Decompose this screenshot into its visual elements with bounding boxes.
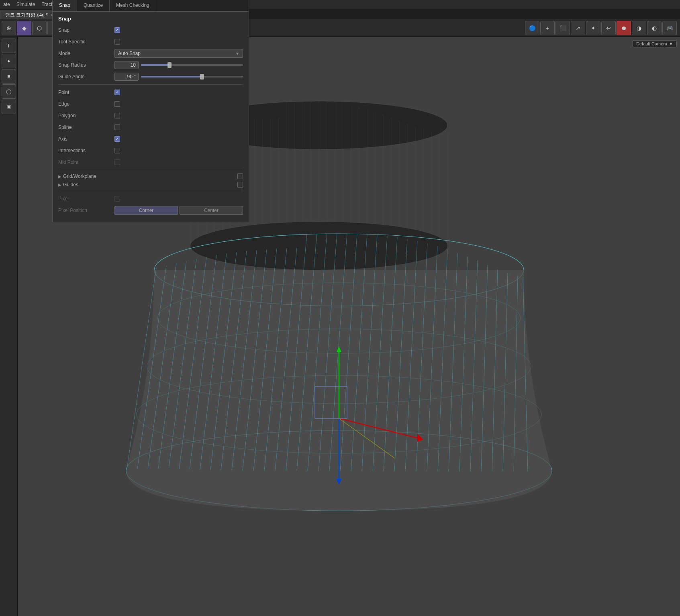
toolbar-btn-record[interactable]: ⏺ — [617, 21, 631, 35]
point-row: Point — [58, 88, 243, 97]
snap-radius-thumb[interactable] — [167, 62, 172, 68]
edge-checkbox[interactable] — [114, 101, 120, 107]
tab-snap[interactable]: Snap — [53, 0, 77, 11]
axis-row: Axis — [58, 135, 243, 143]
left-btn-1[interactable]: T — [2, 39, 16, 53]
menu-simulate[interactable]: Simulate — [16, 2, 35, 7]
snap-radius-track[interactable] — [141, 64, 243, 66]
guide-angle-track[interactable] — [141, 76, 243, 78]
point-checkbox-wrap — [114, 90, 120, 95]
spline-row: Spline — [58, 123, 243, 132]
pixel-position-row: Pixel Position Corner Center — [58, 206, 243, 215]
tab-mesh-checking[interactable]: Mesh Checking — [110, 0, 156, 11]
camera-arrow: ▼ — [669, 41, 673, 46]
toolbar-btn-r9[interactable]: ◐ — [647, 21, 662, 35]
guides-label: Guides — [63, 182, 237, 188]
toolbar-btn-1[interactable]: ⊕ — [2, 21, 16, 35]
edge-label: Edge — [58, 101, 114, 107]
mid-point-checkbox-wrap — [114, 159, 120, 165]
tool-specific-row: Tool Specific — [58, 37, 243, 46]
edge-row: Edge — [58, 100, 243, 108]
pixel-row: Pixel — [58, 194, 243, 203]
corner-button[interactable]: Corner — [114, 206, 178, 215]
toolbar-btn-r6[interactable]: ↩ — [601, 21, 616, 35]
toolbar-btn-r5[interactable]: ✦ — [586, 21, 600, 35]
camera-label[interactable]: Default Camera ▼ — [633, 40, 677, 47]
axis-checkbox[interactable] — [114, 136, 120, 142]
guide-angle-slider-wrap — [114, 73, 243, 81]
left-btn-4[interactable]: ◯ — [2, 84, 16, 99]
guide-angle-fill — [141, 76, 202, 78]
guide-angle-label: Guide Angle — [58, 74, 114, 80]
guides-checkbox[interactable] — [237, 182, 243, 188]
toolbar-btn-2[interactable]: ◆ — [17, 21, 31, 35]
axis-checkbox-wrap — [114, 136, 120, 142]
menu-ate[interactable]: ate — [3, 2, 10, 7]
guide-angle-row: Guide Angle — [58, 72, 243, 81]
left-btn-5[interactable]: ▣ — [2, 100, 16, 114]
snap-radius-row: Snap Radius — [58, 61, 243, 69]
grid-workplane-label: Grid/Workplane — [63, 173, 237, 179]
snap-label: Snap — [58, 27, 114, 33]
toolbar-btn-r1[interactable]: 🔵 — [525, 21, 539, 35]
left-btn-2[interactable]: ● — [2, 54, 16, 68]
left-panel: T ● ■ ◯ ▣ — [0, 37, 18, 616]
toolbar-btn-r8[interactable]: ◑ — [632, 21, 646, 35]
mode-value: Auto Snap — [118, 51, 141, 56]
spline-checkbox-wrap — [114, 124, 120, 130]
svg-point-36 — [190, 222, 447, 270]
polygon-row: Polygon — [58, 111, 243, 120]
mode-dropdown[interactable]: Auto Snap ▼ — [114, 49, 243, 58]
tool-specific-checkbox[interactable] — [114, 39, 120, 45]
grid-workplane-checkbox-wrap — [237, 173, 243, 179]
mid-point-label: Mid Point — [58, 159, 114, 165]
left-btn-3[interactable]: ■ — [2, 69, 16, 84]
snap-content: Snap Snap Tool Specific Mode Auto Snap ▼ — [53, 12, 249, 222]
pixel-label: Pixel — [58, 196, 114, 202]
dropdown-arrow-icon: ▼ — [235, 51, 239, 56]
point-checkbox[interactable] — [114, 90, 120, 95]
mode-label: Mode — [58, 51, 114, 56]
toolbar-btn-r2[interactable]: + — [540, 21, 555, 35]
toolbar-btn-3[interactable]: ⬡ — [32, 21, 47, 35]
snap-row: Snap — [58, 26, 243, 35]
tool-specific-checkbox-wrap — [114, 39, 120, 45]
pixel-pos-buttons: Corner Center — [114, 206, 243, 215]
edge-checkbox-wrap — [114, 101, 120, 107]
snap-section-title: Snap — [58, 16, 243, 22]
toolbar-btn-r3[interactable]: ⬛ — [555, 21, 570, 35]
tool-specific-label: Tool Specific — [58, 39, 114, 45]
toolbar-right: 🔵 + ⬛ ↗ ✦ ↩ ⏺ ◑ ◐ 🎮 — [525, 21, 677, 35]
snap-radius-input[interactable] — [114, 61, 139, 69]
snap-tabs: Snap Quantize Mesh Checking — [53, 0, 249, 12]
tab-tank[interactable]: 탱크 크기정함.c4d * ✕ — [0, 10, 59, 19]
axis-label: Axis — [58, 136, 114, 142]
tab-quantize[interactable]: Quantize — [77, 0, 110, 11]
center-button[interactable]: Center — [180, 206, 243, 215]
guide-angle-input[interactable] — [114, 73, 139, 81]
pixel-position-label: Pixel Position — [58, 208, 114, 213]
intersections-checkbox[interactable] — [114, 148, 120, 153]
pixel-checkbox — [114, 196, 120, 202]
snap-panel: Snap Quantize Mesh Checking Snap Snap To… — [52, 0, 249, 222]
mid-point-row: Mid Point — [58, 158, 243, 167]
snap-checkbox[interactable] — [114, 27, 120, 33]
guide-angle-thumb[interactable] — [200, 74, 204, 80]
tab-tank-label: 탱크 크기정함.c4d * — [5, 12, 48, 18]
polygon-label: Polygon — [58, 113, 114, 118]
snap-checkbox-wrap — [114, 27, 120, 33]
polygon-checkbox[interactable] — [114, 113, 120, 118]
pixel-checkbox-wrap — [114, 196, 120, 202]
grid-workplane-checkbox[interactable] — [237, 173, 243, 179]
camera-name: Default Camera — [636, 41, 667, 46]
grid-workplane-row[interactable]: ▶ Grid/Workplane — [58, 173, 243, 179]
intersections-row: Intersections — [58, 146, 243, 155]
polygon-checkbox-wrap — [114, 113, 120, 118]
snap-radius-fill — [141, 64, 169, 66]
mode-row: Mode Auto Snap ▼ — [58, 49, 243, 58]
spline-checkbox[interactable] — [114, 124, 120, 130]
guides-row[interactable]: ▶ Guides — [58, 182, 243, 188]
toolbar-btn-r10[interactable]: 🎮 — [662, 21, 677, 35]
intersections-label: Intersections — [58, 148, 114, 153]
toolbar-btn-r4[interactable]: ↗ — [571, 21, 585, 35]
